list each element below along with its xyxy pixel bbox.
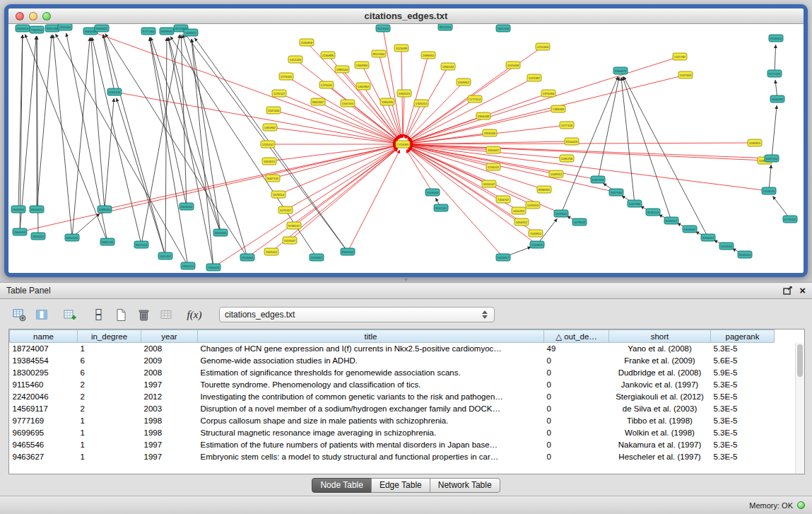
- table-row[interactable]: 1938455462009Genome-wide association stu…: [10, 355, 775, 367]
- graph-node[interactable]: 1815404: [58, 24, 72, 30]
- graph-node[interactable]: 1555812: [457, 78, 471, 86]
- graph-node[interactable]: 9901847: [311, 98, 325, 105]
- graph-node[interactable]: 9572310: [438, 24, 452, 30]
- graph-node[interactable]: 1645493: [770, 95, 784, 103]
- graph-node[interactable]: 1973493: [541, 90, 555, 97]
- graph-node[interactable]: 2626053: [16, 25, 30, 32]
- graph-node[interactable]: 9699691: [160, 28, 174, 35]
- graph-node[interactable]: 1519457: [310, 254, 324, 261]
- graph-node[interactable]: 1456911: [184, 29, 198, 36]
- graph-node[interactable]: 7625420: [206, 264, 220, 271]
- graph-node[interactable]: 1320214: [414, 100, 428, 107]
- graph-node[interactable]: 2604421: [30, 206, 44, 213]
- tab-node-table[interactable]: Node Table: [312, 478, 372, 493]
- graph-node[interactable]: 9739137: [287, 222, 301, 229]
- column-header-in_degree[interactable]: in_degree: [78, 330, 141, 343]
- graph-node[interactable]: 1162615: [262, 158, 276, 165]
- tab-network-table[interactable]: Network Table: [430, 478, 500, 493]
- graph-node[interactable]: 9512241: [434, 204, 448, 211]
- graph-node[interactable]: 9277431: [767, 70, 782, 77]
- column-header-title[interactable]: title: [198, 330, 544, 343]
- graph-node[interactable]: 1125439: [394, 45, 408, 52]
- graph-node[interactable]: 1461802: [263, 124, 277, 131]
- show-columns-button[interactable]: [33, 305, 51, 324]
- table-row[interactable]: 2242004622012Investigating the contribut…: [10, 391, 775, 403]
- graph-node[interactable]: 1412445: [288, 56, 302, 63]
- graph-node[interactable]: 7647394: [609, 189, 623, 196]
- graph-node[interactable]: 1087152: [765, 155, 779, 162]
- panel-resize-handle[interactable]: ▾: [401, 277, 412, 282]
- table-row[interactable]: 969969511998Structural magnetic resonanc…: [10, 427, 775, 439]
- graph-node[interactable]: 9777164: [141, 28, 155, 35]
- network-canvas[interactable]: 1724093224081814124452275041127514715474…: [8, 24, 804, 273]
- graph-node[interactable]: 1220107: [261, 141, 275, 148]
- graph-node[interactable]: 1495758: [560, 155, 574, 162]
- graph-node[interactable]: 1595815: [748, 139, 762, 146]
- graph-node[interactable]: 1004542: [683, 226, 697, 233]
- minimize-window-button[interactable]: [29, 12, 37, 21]
- graph-node[interactable]: 1547410: [341, 100, 355, 107]
- column-header-pagerank[interactable]: pagerank: [711, 330, 775, 343]
- graph-node[interactable]: 2240818: [300, 39, 314, 46]
- graph-node[interactable]: 3067131: [266, 175, 280, 182]
- graph-node[interactable]: 2604420: [31, 233, 45, 240]
- graph-node[interactable]: 7543812: [529, 230, 543, 237]
- graph-node[interactable]: 1221987: [527, 74, 541, 81]
- zoom-window-button[interactable]: [42, 12, 51, 21]
- column-header-year[interactable]: year: [141, 330, 198, 343]
- new-table-button[interactable]: [112, 305, 130, 324]
- delete-table-button[interactable]: [134, 305, 153, 324]
- graph-node[interactable]: 1834213: [181, 262, 195, 269]
- graph-node[interactable]: 7623412: [264, 248, 278, 255]
- graph-node[interactable]: 1777114: [468, 95, 482, 103]
- graph-node[interactable]: 9501541: [341, 248, 355, 255]
- graph-node[interactable]: 9051358: [45, 25, 59, 32]
- graph-node[interactable]: 1524815: [530, 241, 544, 248]
- table-row[interactable]: 977716911998Corpus callosum shape and si…: [10, 415, 775, 427]
- graph-node[interactable]: 1275041: [319, 81, 334, 88]
- graph-node[interactable]: 1160447: [486, 146, 500, 153]
- graph-node[interactable]: 2606050: [213, 229, 228, 236]
- graph-node[interactable]: 1610412: [512, 207, 526, 214]
- graph-node[interactable]: 2606053: [13, 228, 27, 235]
- graph-node[interactable]: 9463621: [95, 25, 109, 32]
- table-row[interactable]: 946554611997Estimation of the future num…: [10, 439, 775, 451]
- graph-node[interactable]: 9245013: [701, 234, 715, 241]
- graph-node[interactable]: 1804448: [476, 112, 490, 119]
- graph-node[interactable]: 1015408: [506, 62, 520, 69]
- graph-node[interactable]: 1696910: [421, 52, 435, 59]
- graph-node[interactable]: 8996915: [537, 186, 551, 193]
- graph-node[interactable]: 1983104: [335, 66, 349, 73]
- column-header-short[interactable]: short: [609, 330, 711, 343]
- graph-node[interactable]: 2240885: [321, 52, 335, 59]
- table-row[interactable]: 911546021997Tourette syndrome. Phenomeno…: [10, 379, 775, 391]
- graph-node[interactable]: 1221787: [673, 53, 687, 60]
- graph-node[interactable]: 1079319: [526, 201, 540, 209]
- graph-node[interactable]: 7204707: [496, 196, 510, 203]
- close-panel-button[interactable]: ×: [792, 286, 806, 296]
- table-scrollbar-thumb[interactable]: [797, 344, 803, 377]
- graph-node[interactable]: 1057394: [628, 200, 642, 207]
- graph-node[interactable]: 1577105: [560, 122, 574, 129]
- graph-node[interactable]: 9192114: [646, 209, 660, 216]
- create-column-button[interactable]: [61, 305, 79, 324]
- graph-node[interactable]: 1004543: [719, 243, 734, 250]
- graph-node[interactable]: 8113044: [376, 25, 390, 32]
- graph-node[interactable]: 5905135: [100, 238, 114, 245]
- tab-edge-table[interactable]: Edge Table: [371, 478, 430, 493]
- graph-node[interactable]: 1075317: [278, 206, 293, 214]
- network-window[interactable]: citations_edges.txt 17240932240818141244…: [4, 4, 808, 277]
- network-window-titlebar[interactable]: citations_edges.txt: [8, 8, 804, 24]
- graph-node[interactable]: 9245012: [664, 217, 678, 224]
- graph-node[interactable]: 7485083: [551, 105, 565, 112]
- close-window-button[interactable]: [16, 12, 24, 21]
- graph-node[interactable]: 1051351: [158, 252, 172, 259]
- graph-node[interactable]: 1275147: [272, 90, 286, 97]
- graph-node[interactable]: 1216012: [486, 163, 500, 170]
- graph-node[interactable]: 1547400: [266, 107, 281, 114]
- graph-node[interactable]: 1624817: [496, 254, 510, 261]
- network-table-select[interactable]: citations_edges.txt: [219, 307, 495, 322]
- import-table-button[interactable]: [157, 305, 175, 324]
- graph-node[interactable]: 9154419: [565, 138, 579, 145]
- column-header-out_de[interactable]: △ out_de…: [544, 330, 609, 343]
